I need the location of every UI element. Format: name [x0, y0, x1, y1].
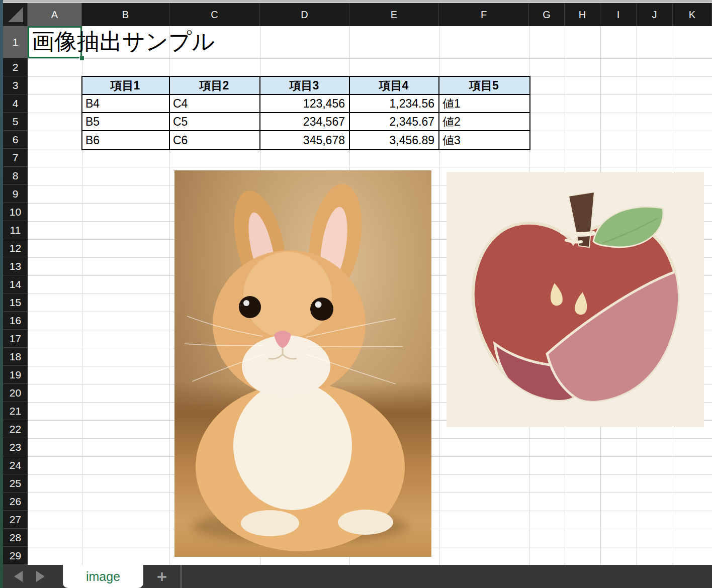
- window-left-edge: [0, 0, 3, 588]
- table-cell[interactable]: 1,234.56: [350, 95, 439, 113]
- row-header-18[interactable]: 18: [3, 348, 28, 366]
- row-header-16[interactable]: 16: [3, 312, 28, 330]
- select-all-button[interactable]: [3, 3, 28, 26]
- table-header-cell[interactable]: 項目2: [170, 77, 260, 95]
- col-header-I[interactable]: I: [600, 3, 637, 26]
- table-cell[interactable]: B6: [82, 131, 170, 149]
- col-header-B[interactable]: B: [82, 3, 169, 26]
- table-header-cell[interactable]: 項目4: [350, 77, 439, 95]
- rabbit-photo[interactable]: [174, 170, 431, 557]
- row-header-5[interactable]: 5: [3, 113, 28, 131]
- table-cell[interactable]: B4: [82, 95, 170, 113]
- col-header-C[interactable]: C: [169, 3, 260, 26]
- row-header-24[interactable]: 24: [3, 456, 28, 474]
- row-header-7[interactable]: 7: [3, 149, 28, 167]
- row-header-4[interactable]: 4: [3, 94, 28, 113]
- col-header-D[interactable]: D: [260, 3, 349, 26]
- row-header-9[interactable]: 9: [3, 185, 28, 203]
- col-header-J[interactable]: J: [637, 3, 673, 26]
- window-top-edge: [0, 0, 712, 3]
- table-header-cell[interactable]: 項目1: [82, 77, 170, 95]
- tab-bar-divider: [181, 565, 182, 588]
- row-header-10[interactable]: 10: [3, 203, 28, 221]
- row-header-11[interactable]: 11: [3, 221, 28, 239]
- table-cell[interactable]: 123,456: [260, 95, 350, 113]
- row-header-8[interactable]: 8: [3, 167, 28, 185]
- table-cell[interactable]: 値3: [439, 131, 529, 149]
- gridline-h: [28, 167, 712, 167]
- col-header-E[interactable]: E: [349, 3, 439, 26]
- row-header-20[interactable]: 20: [3, 384, 28, 402]
- add-sheet-button[interactable]: +: [151, 565, 173, 588]
- row-header-28[interactable]: 28: [3, 529, 28, 547]
- row-header-26[interactable]: 26: [3, 493, 28, 511]
- row-header-23[interactable]: 23: [3, 438, 28, 456]
- table-cell[interactable]: 値2: [439, 113, 529, 131]
- table-cell[interactable]: C5: [170, 113, 260, 131]
- row-header-14[interactable]: 14: [3, 275, 28, 293]
- table-cell[interactable]: 値1: [439, 95, 529, 113]
- col-header-F[interactable]: F: [439, 3, 529, 26]
- table-header-cell[interactable]: 項目5: [439, 77, 529, 95]
- table-cell[interactable]: C6: [170, 131, 260, 149]
- table-cell[interactable]: 345,678: [260, 131, 350, 149]
- sheet-tab-bar: image +: [0, 565, 712, 588]
- row-header-27[interactable]: 27: [3, 511, 28, 529]
- col-header-A[interactable]: A: [28, 3, 82, 26]
- table-cell[interactable]: C4: [170, 95, 260, 113]
- table-cell[interactable]: 3,456.89: [350, 131, 439, 149]
- row-header-12[interactable]: 12: [3, 239, 28, 257]
- table-cell[interactable]: 2,345.67: [350, 113, 439, 131]
- row-header-25[interactable]: 25: [3, 474, 28, 493]
- table-cell[interactable]: B5: [82, 113, 170, 131]
- gridline-h: [28, 58, 712, 59]
- row-header-29[interactable]: 29: [3, 547, 28, 565]
- sheet-nav-right-icon[interactable]: [36, 571, 45, 582]
- spreadsheet-window: ABCDEFGHIJK 1234567891011121314151617181…: [0, 0, 712, 588]
- apple-paper-collage[interactable]: [447, 172, 704, 427]
- cell-a1-title[interactable]: 画像抽出サンプル: [32, 26, 215, 58]
- col-header-H[interactable]: H: [565, 3, 600, 26]
- tab-image[interactable]: image: [63, 565, 143, 588]
- row-header-6[interactable]: 6: [3, 131, 28, 149]
- row-header-13[interactable]: 13: [3, 257, 28, 275]
- row-header-21[interactable]: 21: [3, 402, 28, 420]
- data-table: 項目1項目2項目3項目4項目5B4C4123,4561,234.56値1B5C5…: [81, 76, 530, 150]
- table-header-cell[interactable]: 項目3: [260, 77, 350, 95]
- sheet-nav-left-icon[interactable]: [14, 571, 23, 582]
- corner-triangle-icon: [3, 3, 28, 26]
- row-header-2[interactable]: 2: [3, 58, 28, 76]
- table-cell[interactable]: 234,567: [260, 113, 350, 131]
- col-header-G[interactable]: G: [529, 3, 565, 26]
- col-header-K[interactable]: K: [673, 3, 712, 26]
- row-header-22[interactable]: 22: [3, 420, 28, 438]
- fill-handle[interactable]: [79, 56, 84, 61]
- row-header-15[interactable]: 15: [3, 293, 28, 312]
- row-header-17[interactable]: 17: [3, 330, 28, 348]
- tab-image-label: image: [86, 569, 120, 584]
- row-header-1[interactable]: 1: [3, 26, 28, 58]
- row-header-19[interactable]: 19: [3, 366, 28, 384]
- row-header-3[interactable]: 3: [3, 76, 28, 94]
